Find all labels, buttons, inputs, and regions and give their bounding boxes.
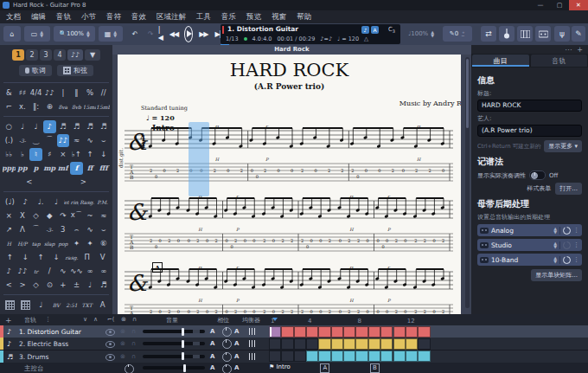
- sixteenth-note-icon[interactable]: ♬: [57, 120, 70, 133]
- effect-power-button[interactable]: [563, 227, 571, 235]
- track-display[interactable]: 1. Distortion Guitar ♪ A C3 1/13 4.0:4.0…: [220, 24, 400, 44]
- timeline-cell[interactable]: [418, 338, 430, 350]
- timeline-cell[interactable]: [380, 326, 393, 338]
- timeline-cell[interactable]: [393, 338, 406, 350]
- pan-knob[interactable]: [222, 327, 232, 337]
- slide-line-icon[interactable]: /: [43, 265, 56, 278]
- accent-open-icon[interactable]: <: [3, 279, 16, 292]
- arpeggio-icon[interactable]: ∿: [84, 134, 97, 147]
- tuplet-number-icon[interactable]: 3: [57, 223, 70, 236]
- bracket-icon[interactable]: ⌐: [3, 100, 16, 113]
- solo-headphone-icon[interactable]: ∩: [131, 328, 136, 335]
- timeline-cell[interactable]: [318, 338, 330, 350]
- timeline-cell[interactable]: [406, 338, 418, 350]
- marker-flag-icon[interactable]: ⚑ Intro: [269, 363, 291, 370]
- notation-view-icon[interactable]: ♪: [361, 26, 369, 34]
- voice-filter-button[interactable]: ▼: [85, 49, 100, 61]
- timeline-cell[interactable]: [269, 338, 281, 350]
- timeline-cell[interactable]: [306, 326, 318, 338]
- menu-item-视窗[interactable]: 视窗: [272, 12, 286, 23]
- free-time-icon[interactable]: ♪♪: [43, 87, 56, 100]
- sixtyfourth-note-icon[interactable]: ♬: [84, 120, 97, 133]
- multivoice-button[interactable]: ♪♪: [67, 49, 83, 61]
- selection-cursor[interactable]: [189, 122, 209, 196]
- concert-pitch-toggle[interactable]: [529, 170, 546, 180]
- thirtysecond-note-icon[interactable]: ♬: [70, 120, 83, 133]
- timeline-cell[interactable]: [294, 326, 306, 338]
- track-name[interactable]: 3. Drums: [19, 353, 48, 361]
- track-name[interactable]: 1. Distortion Guitar: [19, 328, 81, 336]
- accent-close-icon[interactable]: >: [16, 279, 29, 292]
- downstroke-icon[interactable]: ↓: [18, 251, 33, 264]
- voice-button-3[interactable]: 3: [40, 49, 52, 61]
- dead-note-icon[interactable]: ×: [3, 209, 16, 222]
- timeline-cell[interactable]: [331, 326, 343, 338]
- staff-system-1[interactable]: &TAB4420200202HH00200PP2022020020220HH0: [121, 125, 458, 195]
- metronome-icon[interactable]: △: [364, 35, 368, 42]
- volume-slider[interactable]: [143, 342, 205, 345]
- timeline-cell[interactable]: [355, 326, 368, 338]
- timeline-cell[interactable]: [355, 350, 368, 362]
- arc-icon[interactable]: ⌢: [70, 223, 83, 236]
- triplet-icon[interactable]: -3-: [16, 134, 29, 147]
- section-marker-B[interactable]: B: [370, 363, 380, 373]
- beam-icon[interactable]: ♪♪: [57, 134, 70, 147]
- tuplet-bracket-icon[interactable]: -3-: [43, 223, 56, 236]
- tab-track[interactable]: 音轨: [531, 55, 588, 67]
- timeline-cell[interactable]: [343, 350, 355, 362]
- go-to-start-button[interactable]: |◀: [158, 26, 163, 42]
- score-scrollbar[interactable]: [465, 57, 470, 308]
- grace-note-icon[interactable]: ♪: [18, 196, 33, 209]
- dynamic-ppp[interactable]: ppp: [3, 162, 16, 175]
- mute-icon[interactable]: ⊗: [120, 353, 125, 360]
- timeline-cell[interactable]: [281, 326, 293, 338]
- master-volume-slider[interactable]: [143, 366, 205, 370]
- quarter-note-icon[interactable]: ♩: [29, 120, 42, 133]
- play-button[interactable]: [184, 26, 193, 42]
- speed-control[interactable]: ♩100%▲▼: [403, 26, 439, 42]
- crescendo-icon[interactable]: <: [3, 176, 56, 189]
- master-volume-automation[interactable]: A: [210, 364, 214, 371]
- tab-view-icon[interactable]: A: [371, 26, 379, 34]
- quindicesima-alta-icon[interactable]: 15ma: [84, 100, 97, 113]
- timeline-cell[interactable]: [318, 326, 330, 338]
- uppick-icon[interactable]: V: [95, 251, 110, 264]
- menu-item-音效[interactable]: 音效: [131, 12, 146, 23]
- keyboard-button[interactable]: [517, 26, 533, 42]
- effect-selector-icon[interactable]: ▲▼: [553, 227, 557, 234]
- track-name[interactable]: 2. Electric Bass: [19, 340, 68, 348]
- chord-grid-icon[interactable]: [18, 299, 33, 312]
- volume-automation[interactable]: A: [210, 340, 214, 347]
- tie-icon[interactable]: ‿: [29, 134, 42, 147]
- volume-automation[interactable]: A: [210, 353, 214, 360]
- solo-headphone-icon[interactable]: ∩: [131, 340, 136, 347]
- fingering-icon[interactable]: ♩: [84, 279, 97, 292]
- show-matrix-button[interactable]: 显示单块矩阵...: [531, 269, 582, 281]
- eq-icon[interactable]: [249, 340, 256, 347]
- timeline-cell[interactable]: [331, 338, 343, 350]
- solo-headphone-icon[interactable]: ∩: [131, 353, 136, 360]
- rasgueado-icon[interactable]: Rasg.: [80, 196, 94, 209]
- guitar-button[interactable]: [499, 26, 514, 42]
- menu-item-音符[interactable]: 音符: [106, 12, 121, 23]
- effect-selector-icon[interactable]: ▲▼: [553, 241, 557, 248]
- dynamic-fff[interactable]: fff: [97, 162, 110, 175]
- pan-automation[interactable]: A: [234, 353, 239, 360]
- timeline-cell[interactable]: [306, 350, 318, 362]
- pen-mode-button[interactable]: ✎: [572, 26, 585, 42]
- panel-options-icon[interactable]: ⋯: [565, 46, 572, 54]
- quindicesima-bassa-icon[interactable]: 15mb: [97, 100, 110, 113]
- hammer-on-icon[interactable]: H: [3, 237, 16, 250]
- expand-icon[interactable]: ∧: [93, 316, 98, 323]
- show-more-button[interactable]: 显示更多 ▾: [544, 140, 582, 152]
- timeline-cell[interactable]: [393, 326, 406, 338]
- backing-vocals-icon[interactable]: BV: [49, 299, 64, 312]
- vibrato-icon[interactable]: ~: [84, 209, 97, 222]
- loop-icon[interactable]: ∞: [84, 265, 97, 278]
- tab-song[interactable]: 曲目: [472, 55, 529, 67]
- effect-power-button[interactable]: [563, 241, 571, 249]
- quarter-tone-icon[interactable]: ♭↑: [70, 148, 83, 161]
- menu-item-文档[interactable]: 文档: [6, 12, 21, 23]
- slide-out-icon[interactable]: Λ: [16, 223, 29, 236]
- rasgueado-stroke-icon[interactable]: rasg.: [64, 251, 79, 264]
